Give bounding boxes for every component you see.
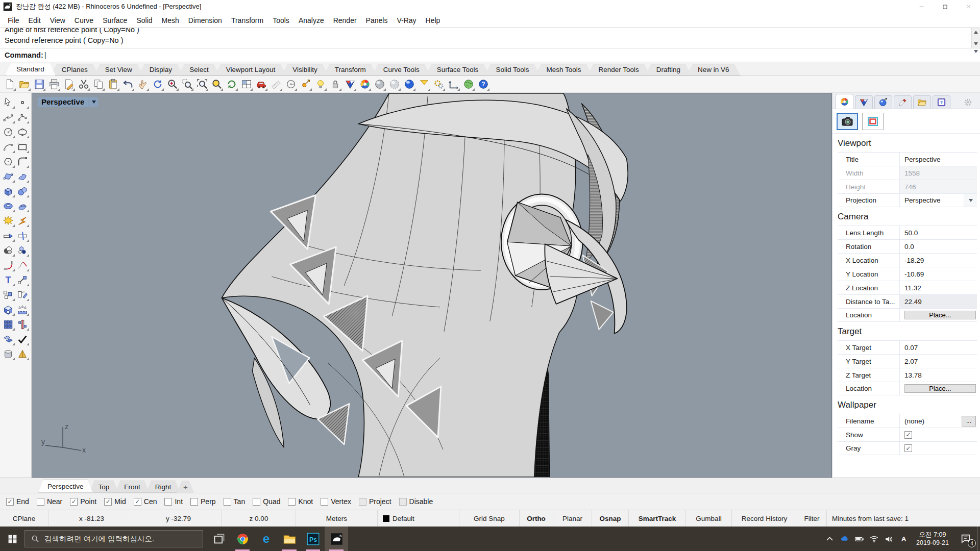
menu-transform[interactable]: Transform xyxy=(227,14,268,27)
osnap-vertex[interactable]: ✓ Vertex xyxy=(321,497,351,506)
tool-pan-hand[interactable] xyxy=(136,78,150,91)
status-grid-snap[interactable]: Grid Snap xyxy=(459,510,520,527)
property-value[interactable]: 746 xyxy=(904,183,916,191)
panel-tab-properties[interactable] xyxy=(836,94,853,109)
menu-solid[interactable]: Solid xyxy=(132,14,157,27)
add-viewport-tab-button[interactable]: + xyxy=(177,481,194,493)
tool-torus[interactable] xyxy=(2,199,15,213)
tab-standard[interactable]: Standard xyxy=(5,63,56,76)
tool-circle[interactable] xyxy=(2,125,15,139)
taskbar-rhino[interactable]: 6 xyxy=(325,527,348,551)
subtab-viewport-settings[interactable] xyxy=(862,113,884,130)
tool-explode[interactable] xyxy=(2,214,15,228)
menu-v-ray[interactable]: V-Ray xyxy=(392,14,421,27)
task-view-button[interactable] xyxy=(207,527,231,551)
viewport-tab-right[interactable]: Right xyxy=(146,481,181,493)
tool-select-arrow[interactable] xyxy=(2,95,15,109)
command-expand-icon[interactable] xyxy=(974,53,978,61)
tool-sphere-shaded[interactable] xyxy=(373,78,386,91)
tool-split[interactable] xyxy=(16,229,30,242)
tool-save[interactable] xyxy=(32,78,46,91)
menu-view[interactable]: View xyxy=(45,14,70,27)
taskbar-chrome[interactable] xyxy=(231,527,254,551)
tray-wifi[interactable] xyxy=(867,527,881,551)
menu-tools[interactable]: Tools xyxy=(268,14,294,27)
command-input-row[interactable]: Command: | xyxy=(0,48,980,62)
taskbar-clock[interactable]: 오전 7:09 2019-09-21 xyxy=(911,531,954,547)
tab-viewport-layout[interactable]: Viewport Layout xyxy=(215,64,287,76)
tool-polygon[interactable] xyxy=(2,155,15,168)
tool-print[interactable] xyxy=(47,78,61,91)
tab-curve-tools[interactable]: Curve Tools xyxy=(372,64,431,76)
property-value-cell[interactable]: 1558 xyxy=(900,166,977,180)
osnap-perp[interactable]: ✓ Perp xyxy=(190,497,216,506)
tool-offset-srf[interactable] xyxy=(2,332,15,346)
tool-fillet-curve[interactable] xyxy=(16,155,30,168)
tool-fillet-arc[interactable] xyxy=(2,258,15,272)
tool-box[interactable] xyxy=(2,184,15,198)
tool-ellipse[interactable] xyxy=(16,125,30,139)
osnap-disable[interactable]: ✓ Disable xyxy=(399,497,433,506)
status-planar[interactable]: Planar xyxy=(553,510,592,527)
viewport-tab-perspective[interactable]: Perspective xyxy=(38,480,93,493)
tool-srf-3pt[interactable] xyxy=(2,169,15,183)
property-value[interactable]: 1558 xyxy=(904,169,920,177)
status-filter[interactable]: Filter xyxy=(797,510,827,527)
menu-mesh[interactable]: Mesh xyxy=(157,14,184,27)
tray-onedrive[interactable] xyxy=(837,527,852,551)
tool-notify-flag[interactable] xyxy=(417,78,431,91)
osnap-checkbox[interactable]: ✓ xyxy=(359,498,366,506)
tool-array-grid[interactable] xyxy=(2,317,15,331)
tab-new-in-v6[interactable]: New in V6 xyxy=(687,64,741,76)
tool-sphere-ghosted[interactable] xyxy=(387,78,401,91)
property-value-cell[interactable]: 0.07 xyxy=(900,341,977,354)
property-value-cell[interactable]: 22.49 xyxy=(900,295,977,308)
panel-tab-panel-options[interactable] xyxy=(959,95,977,109)
taskbar-edge[interactable]: e xyxy=(254,527,278,551)
status-record-history[interactable]: Record History xyxy=(732,510,797,527)
tool-rotate-view[interactable] xyxy=(151,78,164,91)
tool-new-file[interactable] xyxy=(3,78,16,91)
property-value-cell[interactable]: 0.0 xyxy=(900,240,977,253)
tool-extrude[interactable] xyxy=(16,303,30,316)
osnap-quad[interactable]: ✓ Quad xyxy=(253,497,280,506)
menu-panels[interactable]: Panels xyxy=(361,14,393,27)
osnap-checkbox[interactable]: ✓ xyxy=(104,498,112,506)
property-value[interactable]: 0.0 xyxy=(904,243,914,251)
tool-control-point[interactable] xyxy=(299,78,312,91)
window-maximize[interactable] xyxy=(933,0,957,13)
tab-transform[interactable]: Transform xyxy=(324,64,377,76)
scroll-down-icon[interactable] xyxy=(974,42,978,45)
tool-boolean-diff[interactable] xyxy=(16,243,30,257)
tool-viewport-layout[interactable] xyxy=(239,78,253,91)
tool-curve-control[interactable] xyxy=(16,110,30,124)
property-value[interactable]: -18.29 xyxy=(904,257,924,264)
tray-volume[interactable] xyxy=(881,527,896,551)
osnap-checkbox[interactable]: ✓ xyxy=(134,498,141,506)
status-ortho[interactable]: Ortho xyxy=(520,510,553,527)
window-minimize[interactable] xyxy=(910,0,933,13)
tool-srf-loft[interactable] xyxy=(16,169,30,183)
status-gumball[interactable]: Gumball xyxy=(686,510,732,527)
property-value-cell[interactable]: -18.29 xyxy=(900,254,977,267)
tool-lightbulb[interactable] xyxy=(313,78,327,91)
tab-surface-tools[interactable]: Surface Tools xyxy=(426,64,490,76)
tool-tube[interactable] xyxy=(2,347,15,361)
osnap-project[interactable]: ✓ Project xyxy=(359,497,391,506)
action-center-button[interactable]: 4 xyxy=(954,527,977,551)
property-value-cell[interactable]: 50.0 xyxy=(900,226,977,239)
tool-vray[interactable] xyxy=(343,78,357,91)
tool-orient[interactable] xyxy=(16,288,30,302)
tool-srf-patch[interactable] xyxy=(16,199,30,213)
tool-check-geometry[interactable] xyxy=(16,332,30,346)
property-value-cell[interactable]: ✓ xyxy=(900,428,977,441)
tool-array-linear[interactable] xyxy=(16,317,30,331)
tool-paste[interactable] xyxy=(106,78,120,91)
property-value[interactable]: Perspective xyxy=(904,196,941,204)
browse-button[interactable]: ... xyxy=(962,416,976,427)
property-value[interactable]: -10.69 xyxy=(904,270,924,278)
menu-render[interactable]: Render xyxy=(329,14,361,27)
status-smarttrack[interactable]: SmartTrack xyxy=(629,510,686,527)
property-checkbox[interactable]: ✓ xyxy=(904,444,912,452)
scroll-up-icon[interactable] xyxy=(974,31,978,34)
